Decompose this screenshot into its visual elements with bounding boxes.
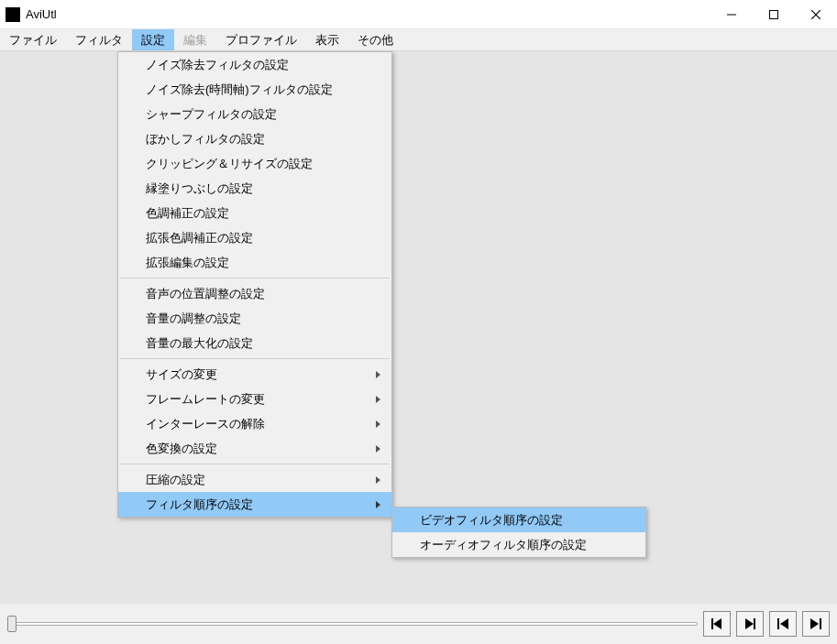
window-title: AviUtl [26, 7, 57, 21]
separator [120, 358, 390, 359]
dd-resize[interactable]: サイズの変更 [118, 362, 391, 387]
seek-thumb[interactable] [7, 616, 17, 632]
dd-filter-order[interactable]: フィルタ順序の設定 [118, 492, 391, 517]
menubar: ファイル フィルタ 設定 編集 プロファイル 表示 その他 [0, 29, 837, 51]
menu-settings[interactable]: 設定 [132, 29, 174, 50]
svg-rect-7 [754, 618, 755, 629]
menu-other[interactable]: その他 [348, 29, 402, 50]
menu-file[interactable]: ファイル [0, 29, 66, 50]
svg-marker-10 [810, 618, 819, 629]
dd-color-convert[interactable]: 色変換の設定 [118, 436, 391, 461]
prev-frame-button[interactable] [703, 611, 731, 637]
sm-audio-filter-order[interactable]: オーディオフィルタ順序の設定 [392, 532, 645, 557]
dd-blur-filter[interactable]: ぼかしフィルタの設定 [118, 126, 391, 151]
sm-video-filter-order[interactable]: ビデオフィルタ順序の設定 [392, 508, 645, 532]
separator [120, 464, 390, 464]
svg-marker-6 [745, 618, 754, 629]
maximize-button[interactable] [753, 0, 795, 29]
filter-order-submenu: ビデオフィルタ順序の設定 オーディオフィルタ順序の設定 [391, 507, 646, 558]
settings-dropdown: ノイズ除去フィルタの設定 ノイズ除去(時間軸)フィルタの設定 シャープフィルタの… [117, 51, 392, 518]
dd-ext-color-correction[interactable]: 拡張色調補正の設定 [118, 225, 391, 250]
seek-slider[interactable] [7, 615, 698, 633]
dd-volume-max[interactable]: 音量の最大化の設定 [118, 331, 391, 355]
dd-audio-position[interactable]: 音声の位置調整の設定 [118, 281, 391, 306]
app-icon [6, 7, 20, 22]
dd-sharp-filter[interactable]: シャープフィルタの設定 [118, 102, 391, 126]
go-start-button[interactable] [769, 611, 797, 637]
minimize-button[interactable] [710, 0, 753, 29]
dd-noise-filter[interactable]: ノイズ除去フィルタの設定 [118, 52, 391, 77]
svg-rect-11 [820, 618, 821, 629]
separator [120, 278, 390, 278]
svg-rect-5 [711, 618, 713, 629]
close-button[interactable] [795, 0, 837, 29]
dd-volume-adjust[interactable]: 音量の調整の設定 [118, 306, 391, 331]
dd-framerate[interactable]: フレームレートの変更 [118, 387, 391, 411]
playback-bar [0, 604, 837, 644]
next-frame-button[interactable] [736, 611, 764, 637]
dd-edge-fill[interactable]: 縁塗りつぶしの設定 [118, 176, 391, 201]
content-area: ノイズ除去フィルタの設定 ノイズ除去(時間軸)フィルタの設定 シャープフィルタの… [0, 51, 837, 644]
menu-view[interactable]: 表示 [306, 29, 348, 50]
svg-marker-9 [780, 618, 788, 629]
svg-rect-8 [777, 618, 779, 629]
svg-rect-1 [770, 10, 778, 18]
seek-track [7, 622, 698, 626]
dd-clip-resize[interactable]: クリッピング＆リサイズの設定 [118, 151, 391, 176]
menu-filter[interactable]: フィルタ [66, 29, 132, 50]
titlebar: AviUtl [0, 0, 837, 29]
dd-deinterlace[interactable]: インターレースの解除 [118, 411, 391, 436]
dd-ext-edit[interactable]: 拡張編集の設定 [118, 250, 391, 275]
menu-edit[interactable]: 編集 [174, 29, 216, 50]
menu-profile[interactable]: プロファイル [216, 29, 306, 50]
dd-color-correction[interactable]: 色調補正の設定 [118, 201, 391, 225]
dd-compression[interactable]: 圧縮の設定 [118, 467, 391, 492]
svg-marker-4 [713, 618, 721, 629]
go-end-button[interactable] [802, 611, 830, 637]
dd-noise-time-filter[interactable]: ノイズ除去(時間軸)フィルタの設定 [118, 77, 391, 102]
